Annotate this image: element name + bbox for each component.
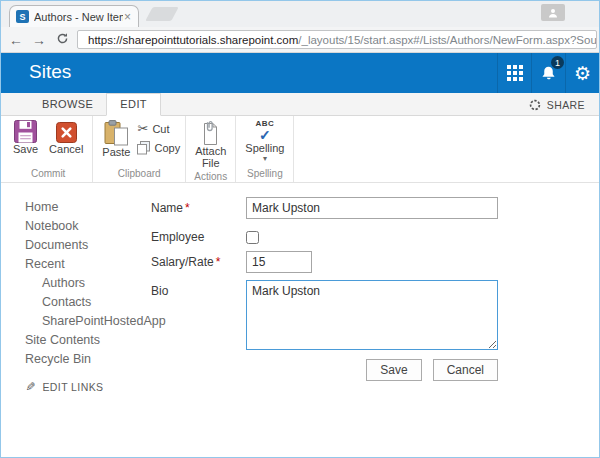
tab-close-icon[interactable]: × xyxy=(123,11,132,23)
sidebar-item-notebook[interactable]: Notebook xyxy=(25,216,151,235)
settings-button[interactable]: ⚙ xyxy=(565,53,599,93)
share-label: SHARE xyxy=(547,99,585,111)
sidebar-nav: Home Notebook Documents Recent Authors C… xyxy=(1,183,151,457)
profile-person-icon xyxy=(548,8,558,18)
browser-tab-strip: S Authors - New Item × xyxy=(1,1,599,27)
attach-file-label: AttachFile xyxy=(195,146,226,169)
ribbon: Save Cancel Commit xyxy=(1,116,599,183)
name-field-label: Name* xyxy=(151,197,246,219)
spelling-button[interactable]: ABC ✓ Spelling ▾ xyxy=(241,119,288,164)
chevron-down-icon: ▾ xyxy=(263,155,267,163)
group-label-spelling: Spelling xyxy=(241,167,288,182)
sidebar-item-recent[interactable]: Recent xyxy=(25,254,151,273)
bio-field-label: Bio xyxy=(151,280,246,350)
cancel-button[interactable]: Cancel xyxy=(433,359,498,381)
form-row-name: Name* xyxy=(151,197,599,219)
cut-label: Cut xyxy=(152,123,169,135)
ribbon-group-spelling: ABC ✓ Spelling ▾ Spelling xyxy=(236,116,294,182)
required-marker: * xyxy=(185,201,190,215)
cancel-ribbon-label: Cancel xyxy=(49,144,83,156)
reload-icon[interactable] xyxy=(54,32,70,47)
notification-badge: 1 xyxy=(551,56,564,69)
required-marker: * xyxy=(216,255,221,269)
browser-toolbar: ← → https://sharepointtutorials.sharepoi… xyxy=(1,27,599,53)
new-tab-button[interactable] xyxy=(145,7,178,21)
cancel-ribbon-button[interactable]: Cancel xyxy=(45,119,87,157)
form-row-employee: Employee xyxy=(151,226,599,244)
url-path: /_layouts/15/start.aspx#/Lists/Authors/N… xyxy=(298,34,597,46)
sidebar-item-site-contents[interactable]: Site Contents xyxy=(25,330,151,349)
spelling-label: Spelling xyxy=(245,143,284,155)
gear-icon: ⚙ xyxy=(574,64,591,83)
salary-input[interactable] xyxy=(246,251,312,273)
forward-icon[interactable]: → xyxy=(31,33,47,47)
paste-button[interactable]: Paste xyxy=(98,119,134,160)
ribbon-group-clipboard: Paste ✂ Cut Copy Clipboa xyxy=(93,116,186,182)
back-icon[interactable]: ← xyxy=(8,33,24,47)
tab-title: Authors - New Item xyxy=(34,11,123,23)
app-launcher-grid-icon xyxy=(507,65,523,81)
employee-field-label: Employee xyxy=(151,226,246,244)
copy-pages-icon xyxy=(137,141,150,155)
page-content: Home Notebook Documents Recent Authors C… xyxy=(1,183,599,457)
bio-textarea[interactable]: Mark Upston xyxy=(246,280,498,350)
notifications-button[interactable]: 1 xyxy=(531,53,565,93)
paste-label: Paste xyxy=(102,147,130,159)
scissors-icon: ✂ xyxy=(137,122,148,135)
form-buttons: Save Cancel xyxy=(151,359,498,381)
browser-tab[interactable]: S Authors - New Item × xyxy=(9,5,139,27)
browser-window: S Authors - New Item × ← → https: xyxy=(0,0,600,458)
edit-links-button[interactable]: ✎ EDIT LINKS xyxy=(25,381,151,393)
url-text: https://sharepointtutorials.sharepoint.c… xyxy=(88,34,597,46)
app-launcher-button[interactable] xyxy=(497,53,531,93)
edit-links-label: EDIT LINKS xyxy=(42,381,103,393)
address-bar[interactable]: https://sharepointtutorials.sharepoint.c… xyxy=(77,30,597,49)
sidebar-item-sharepointhostedapp[interactable]: SharePointHostedApp xyxy=(25,311,151,330)
checkmark-icon: ✓ xyxy=(259,129,271,142)
sidebar-item-home[interactable]: Home xyxy=(25,197,151,216)
tab-browse[interactable]: BROWSE xyxy=(29,94,106,115)
share-icon xyxy=(529,99,541,111)
sidebar-item-authors[interactable]: Authors xyxy=(25,273,151,292)
save-ribbon-label: Save xyxy=(13,144,38,156)
form-row-bio: Bio Mark Upston xyxy=(151,280,599,350)
browser-profile-button[interactable] xyxy=(541,4,565,21)
pencil-icon: ✎ xyxy=(25,381,35,393)
tab-edit[interactable]: EDIT xyxy=(106,93,161,116)
sidebar-item-recycle-bin[interactable]: Recycle Bin xyxy=(25,349,151,368)
new-item-form: Name* Employee Salary/Rate* Bio Mark Ups… xyxy=(151,183,599,457)
group-label-commit: Commit xyxy=(9,167,87,182)
ribbon-tab-row: BROWSE EDIT SHARE xyxy=(1,93,599,116)
sharepoint-favicon-icon: S xyxy=(16,10,29,23)
attach-file-icon xyxy=(201,120,220,145)
suite-bar: Sites 1 ⚙ xyxy=(1,53,599,93)
sidebar-item-contacts[interactable]: Contacts xyxy=(25,292,151,311)
url-host: https://sharepointtutorials.sharepoint.c… xyxy=(88,34,298,46)
ribbon-group-actions: AttachFile Actions xyxy=(186,116,236,182)
reload-arrow-icon xyxy=(56,32,69,45)
save-ribbon-button[interactable]: Save xyxy=(9,119,42,157)
site-title: Sites xyxy=(1,53,497,93)
form-row-salary: Salary/Rate* xyxy=(151,251,599,273)
salary-field-label: Salary/Rate* xyxy=(151,251,246,273)
group-label-clipboard: Clipboard xyxy=(98,167,180,182)
copy-button[interactable]: Copy xyxy=(137,141,180,155)
cut-button[interactable]: ✂ Cut xyxy=(137,122,180,135)
cancel-x-icon xyxy=(56,122,77,143)
paste-clipboard-icon xyxy=(104,120,129,146)
employee-checkbox[interactable] xyxy=(246,231,259,244)
copy-label: Copy xyxy=(154,142,180,154)
share-button[interactable]: SHARE xyxy=(529,99,599,115)
save-floppy-icon xyxy=(14,120,37,143)
name-input[interactable] xyxy=(246,197,498,219)
attach-file-button[interactable]: AttachFile xyxy=(191,119,230,170)
sidebar-item-documents[interactable]: Documents xyxy=(25,235,151,254)
save-button[interactable]: Save xyxy=(366,359,421,381)
ribbon-group-commit: Save Cancel Commit xyxy=(4,116,93,182)
